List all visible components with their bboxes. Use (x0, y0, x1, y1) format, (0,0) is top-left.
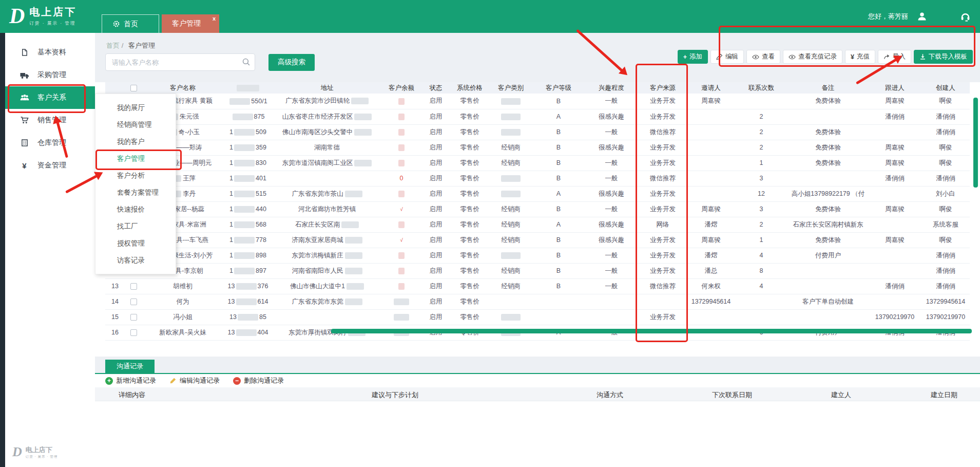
minus-circle-icon: − (233, 377, 241, 385)
row-checkbox[interactable] (130, 298, 137, 305)
view-button[interactable]: 查看 (746, 50, 780, 64)
column-header: 客户等级 (532, 82, 585, 94)
cell-phone: 1359 (223, 140, 273, 155)
cell-interest: 一般 (585, 278, 638, 294)
cell-address: 佛山市佛山大道中1 (273, 278, 381, 294)
cell-address: 广东省东莞市沙田镇轮 (273, 94, 381, 109)
submenu-item[interactable]: 客户分析 (95, 167, 176, 184)
submenu-item[interactable]: 套餐方案管理 (95, 184, 176, 201)
logo-title: 电上店下 (29, 5, 76, 19)
submenu-item[interactable]: 客户管理 (95, 150, 176, 167)
tab-communication-records[interactable]: 沟通记录 (105, 360, 155, 373)
cell-interest: 一般 (585, 201, 638, 217)
cell-note (788, 309, 868, 325)
cell-grade: B (532, 94, 585, 109)
view-recharge-records-button[interactable]: 查看充值记录 (783, 50, 842, 64)
cell-inviter: 周嘉骏 (687, 94, 735, 109)
cell-grade (532, 309, 585, 325)
submenu-item[interactable]: 我的展厅 (95, 99, 176, 116)
edit-button[interactable]: 编辑 (710, 50, 744, 64)
comm-table-header: 详细内容建议与下步计划沟通方式下次联系日期建立人建立日期 (95, 387, 980, 401)
cell-inviter (687, 140, 735, 155)
cell-note: 免费体验 (788, 140, 868, 155)
headset-icon[interactable] (959, 11, 971, 22)
sidebar-item-label: 资金管理 (37, 161, 66, 170)
user-avatar-icon[interactable] (916, 11, 928, 22)
cell-balance (381, 124, 421, 140)
tab-home[interactable]: 首页 (102, 14, 159, 33)
cell-price-system: 零售价 (450, 294, 489, 309)
eye-icon (789, 53, 796, 61)
submenu-item[interactable]: 找工厂 (95, 218, 176, 235)
cell-price-system: 零售价 (450, 278, 489, 294)
submenu-item[interactable]: 访客记录 (95, 252, 176, 269)
cell-creator: 啊俊 (921, 155, 970, 171)
add-button[interactable]: +添加 (678, 50, 708, 64)
cell-interest: 很感兴趣 (585, 140, 638, 155)
import-button[interactable]: 导入 (878, 50, 911, 64)
breadcrumb-home[interactable]: 首页 (106, 42, 120, 49)
pencil-yellow-icon (169, 377, 177, 384)
cell-inviter: 13729945614 (687, 294, 735, 309)
sidebar-item-truck[interactable]: 采购管理 (5, 64, 95, 86)
cell-contact-count (735, 309, 788, 325)
cell-creator: 刘小白 (921, 186, 970, 201)
customer-name-input[interactable] (105, 53, 255, 71)
tab-customer-management[interactable]: 客户管理 x (162, 14, 219, 33)
submenu-item[interactable]: 快速报价 (95, 201, 176, 218)
redacted-column-header (237, 85, 259, 91)
delete-comm-record-button[interactable]: − 删除沟通记录 (233, 376, 284, 385)
edit-comm-record-button[interactable]: 编辑沟通记录 (169, 376, 220, 385)
column-header (105, 82, 125, 94)
cell-status: 启用 (421, 278, 450, 294)
cell-note (788, 278, 868, 294)
cell-source: 业务开发 (638, 155, 687, 171)
cell-creator: 13790219970 (921, 309, 970, 325)
cell-grade: B (532, 278, 585, 294)
vertical-scrollbar[interactable] (973, 98, 978, 188)
cell-creator: 13729945614 (921, 294, 970, 309)
table-row: 4——郑涛1359湖南常德启用零售价经销商B很感兴趣业务开发2免费体验周嘉骏啊俊 (105, 140, 970, 155)
cell-grade (532, 294, 585, 309)
app-logo: D 电上店下 订货 · 展示 · 管理 (9, 4, 76, 28)
row-checkbox[interactable] (130, 283, 137, 290)
cell-balance (381, 217, 421, 232)
cell-category (489, 171, 532, 186)
sidebar-item-cart[interactable]: 销售管理 (5, 109, 95, 132)
column-header: 备注 (788, 82, 868, 94)
add-comm-record-button[interactable]: + 新增沟通记录 (105, 376, 156, 385)
cell-address: 湖南常德 (273, 140, 381, 155)
yen-icon: ¥ (20, 162, 29, 170)
sidebar-item-yen[interactable]: ¥资金管理 (5, 154, 95, 177)
row-checkbox[interactable] (130, 329, 137, 336)
sidebar-item-doc[interactable]: 基本资料 (5, 41, 95, 64)
row-checkbox[interactable] (130, 314, 137, 321)
close-icon[interactable]: x (213, 15, 216, 22)
submenu-item[interactable]: 授权管理 (95, 235, 176, 252)
pencil-icon (716, 53, 723, 60)
submenu-item[interactable]: 我的客户 (95, 133, 176, 150)
sidebar-footer-logo: D 电上店下 订货 · 展示 · 管理 (12, 444, 57, 460)
cell-source: 业务开发 (638, 309, 687, 325)
table-row: 7李丹1515广东省东莞市茶山启用零售价A很感兴趣业务开发12高小姐137989… (105, 186, 970, 201)
cart-icon (20, 117, 29, 124)
cell-contact-count: 3 (735, 171, 788, 186)
recharge-button[interactable]: ¥充值 (845, 50, 875, 64)
cell-inviter (687, 124, 735, 140)
select-all-checkbox[interactable] (130, 85, 137, 91)
cell-phone: 1830 (223, 155, 273, 171)
comm-column-header: 建立人 (831, 390, 851, 400)
cell-interest: 一般 (585, 155, 638, 171)
horizontal-scrollbar[interactable] (331, 329, 972, 333)
sidebar-item-warehouse[interactable]: 仓库管理 (5, 132, 95, 154)
cell-address (273, 309, 381, 325)
submenu-item[interactable]: 经销商管理 (95, 116, 176, 133)
cell-follower: 潘俏俏 (868, 278, 921, 294)
search-icon[interactable] (242, 58, 251, 66)
import-arrow-icon (883, 53, 890, 60)
advanced-search-button[interactable]: 高级搜索 (268, 54, 315, 71)
sidebar-item-users[interactable]: 客户关系 (5, 86, 95, 109)
download-import-template-button[interactable]: 下载导入模板 (914, 50, 973, 64)
cell-note: 石家庄长安区南村镇新东 (788, 217, 868, 232)
cell-balance (381, 278, 421, 294)
